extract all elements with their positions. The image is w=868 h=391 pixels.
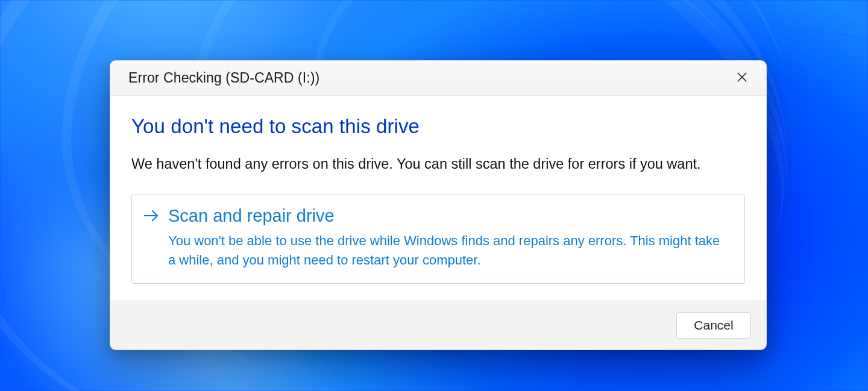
commandlink-description: You won't be able to use the drive while… <box>168 231 729 270</box>
dialog-footer: Cancel <box>110 301 766 349</box>
scan-and-repair-commandlink[interactable]: Scan and repair drive You won't be able … <box>131 195 745 284</box>
dialog-content: You don't need to scan this drive We hav… <box>110 96 766 301</box>
dialog-headline: You don't need to scan this drive <box>131 115 745 138</box>
commandlink-title: Scan and repair drive <box>168 205 729 227</box>
arrow-right-icon <box>143 208 160 225</box>
dialog-titlebar[interactable]: Error Checking (SD-CARD (I:)) <box>110 61 766 96</box>
error-checking-dialog: Error Checking (SD-CARD (I:)) You don't … <box>110 60 767 350</box>
dialog-body-text: We haven't found any errors on this driv… <box>131 155 745 174</box>
close-button[interactable] <box>724 66 760 91</box>
commandlink-text: Scan and repair drive You won't be able … <box>168 205 729 270</box>
dialog-title: Error Checking (SD-CARD (I:)) <box>128 70 319 86</box>
cancel-button[interactable]: Cancel <box>676 312 751 339</box>
close-icon <box>737 72 747 84</box>
